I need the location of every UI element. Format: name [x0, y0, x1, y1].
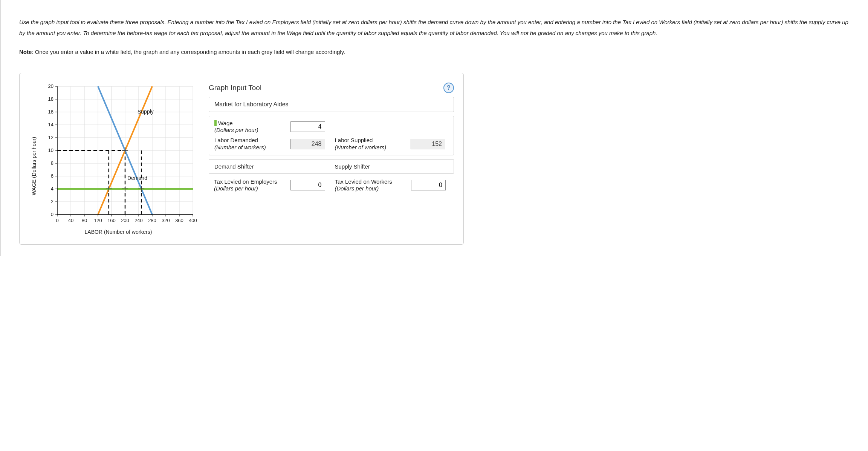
input-panel: Graph Input Tool ? Market for Laboratory… [209, 83, 454, 235]
svg-text:8: 8 [51, 160, 53, 166]
svg-text:200: 200 [121, 218, 129, 223]
instructions-text: Use the graph input tool to evaluate the… [19, 17, 849, 38]
svg-text:4: 4 [51, 186, 53, 192]
svg-text:280: 280 [148, 218, 156, 223]
help-button[interactable]: ? [443, 83, 454, 93]
panel-title: Graph Input Tool [209, 84, 261, 92]
tax-workers-input[interactable] [411, 180, 446, 190]
wage-swatch-icon [214, 120, 217, 126]
svg-text:Demand: Demand [127, 175, 147, 181]
svg-text:320: 320 [162, 218, 170, 223]
svg-text:16: 16 [48, 109, 53, 115]
svg-text:12: 12 [48, 135, 53, 140]
shifter-body: Tax Levied on Employers (Dollars per hou… [209, 174, 454, 194]
tax-employers-input[interactable] [290, 180, 325, 190]
labor-supplied-label: Labor Supplied (Number of workers) [335, 137, 404, 151]
svg-text:240: 240 [134, 218, 143, 223]
svg-text:360: 360 [175, 218, 183, 223]
note-text: Note: Once you enter a value in a white … [19, 47, 849, 58]
wage-labor-section: Wage (Dollars per hour) Labor Demanded (… [209, 116, 454, 155]
demand-shifter-title: Demand Shifter [214, 163, 328, 170]
svg-text:400: 400 [189, 218, 197, 223]
note-label: Note [19, 49, 32, 55]
svg-text:0: 0 [51, 212, 53, 217]
svg-text:160: 160 [107, 218, 116, 223]
svg-text:0: 0 [56, 218, 58, 223]
y-axis-label: WAGE (Dollars per hour) [31, 122, 37, 195]
shifter-headers: Demand Shifter Supply Shifter [209, 159, 454, 174]
svg-text:120: 120 [94, 218, 102, 223]
graph-input-tool-card: WAGE (Dollars per hour) 0408012016020024… [19, 73, 464, 245]
svg-text:2: 2 [51, 199, 53, 204]
supply-shifter-title: Supply Shifter [335, 163, 449, 170]
wage-input[interactable] [290, 121, 325, 132]
svg-text:6: 6 [51, 173, 53, 179]
labor-market-chart[interactable]: 0408012016020024028032036040002468101214… [39, 83, 197, 226]
svg-text:40: 40 [68, 218, 73, 223]
note-body: : Once you enter a value in a white fiel… [32, 49, 345, 55]
wage-label: Wage (Dollars per hour) [214, 120, 284, 134]
svg-text:10: 10 [48, 147, 53, 153]
chart-area: WAGE (Dollars per hour) 0408012016020024… [31, 83, 197, 235]
svg-text:14: 14 [48, 122, 53, 127]
labor-demanded-label: Labor Demanded (Number of workers) [214, 137, 284, 151]
svg-text:20: 20 [48, 83, 53, 89]
svg-text:18: 18 [48, 96, 53, 102]
tax-employers-label: Tax Levied on Employers (Dollars per hou… [214, 178, 284, 193]
svg-text:Supply: Supply [138, 109, 154, 115]
x-axis-label: LABOR (Number of workers) [85, 229, 152, 235]
market-title-section: Market for Laboratory Aides [209, 97, 454, 112]
tax-workers-label: Tax Levied on Workers (Dollars per hour) [335, 178, 405, 193]
labor-supplied-output [411, 139, 445, 149]
labor-demanded-output [290, 139, 325, 149]
svg-text:80: 80 [82, 218, 87, 223]
